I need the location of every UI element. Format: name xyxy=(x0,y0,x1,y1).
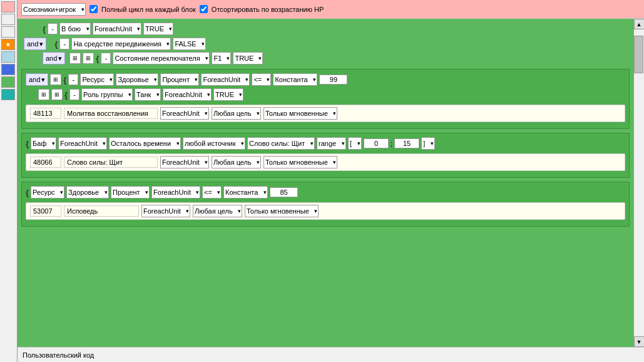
shield-word-label[interactable]: Слово силы: Щит xyxy=(247,137,315,150)
action-target-2[interactable]: Любая цель xyxy=(212,156,261,168)
range-label[interactable]: range xyxy=(317,137,346,150)
top-bar: Союзники+игрок Полный цикл на каждый бло… xyxy=(18,0,644,19)
foreach-unit-2[interactable]: ForeachUnit xyxy=(201,73,250,86)
sidebar-item-8[interactable] xyxy=(1,89,15,100)
nest-btn-3[interactable]: ⊞ xyxy=(50,74,61,85)
bracket-close[interactable]: ] xyxy=(421,137,435,150)
nest-btn-1[interactable]: ⊞ xyxy=(69,53,81,64)
role-label[interactable]: Роль группы xyxy=(81,88,133,101)
const-label-2[interactable]: Константа xyxy=(273,73,317,86)
buf-label[interactable]: Баф xyxy=(31,137,56,150)
action-name-3[interactable]: Исповедь xyxy=(64,205,139,217)
action-target-type-2[interactable]: ForeachUnit xyxy=(160,156,209,168)
minus-btn-4[interactable]: - xyxy=(68,74,78,85)
minus-btn-2[interactable]: - xyxy=(59,38,69,49)
sidebar-item-1[interactable] xyxy=(1,1,15,13)
main-dropdown-wrap[interactable]: Союзники+игрок xyxy=(21,3,86,16)
and-btn-3[interactable]: and ▾ xyxy=(26,73,48,86)
action-row-2: 48066 Слово силы: Щит ForeachUnit Любая … xyxy=(26,153,625,171)
condition-type-1[interactable]: В бою xyxy=(59,23,91,35)
minus-btn-5[interactable]: - xyxy=(69,89,79,100)
full-cycle-label: Полный цикл на каждый блок xyxy=(101,6,196,13)
action-timing-1[interactable]: Только мгновенные xyxy=(263,107,337,120)
condition-type-3[interactable]: Состояние переключателя xyxy=(113,52,210,65)
switch-value[interactable]: TRUE xyxy=(233,52,263,65)
sidebar-item-5[interactable] xyxy=(1,51,15,63)
open-brace-3: { xyxy=(96,54,99,63)
range-min[interactable]: 0 xyxy=(364,138,389,148)
action-timing-2[interactable]: Только мгновенные xyxy=(263,156,337,168)
range-max[interactable]: 15 xyxy=(394,138,419,148)
tank-label[interactable]: Танк xyxy=(135,88,161,101)
sort-hp-checkbox[interactable] xyxy=(200,5,208,13)
and-label-3: and xyxy=(29,76,40,83)
sort-hp-label: Отсортировать по возрастанию НР xyxy=(212,6,324,13)
condition-type-2[interactable]: На средстве передвижения xyxy=(71,38,171,50)
bracket-open[interactable]: [ xyxy=(348,137,362,150)
foreach-unit-3[interactable]: ForeachUnit xyxy=(163,88,212,101)
and-label-2: and xyxy=(46,54,57,62)
and-btn-1[interactable]: and ▾ xyxy=(24,38,46,50)
minus-btn-3[interactable]: - xyxy=(101,53,111,64)
op-2[interactable]: <= xyxy=(252,73,271,86)
resource-label[interactable]: Ресурс xyxy=(80,73,114,86)
action-id-3[interactable]: 53007 xyxy=(30,205,61,217)
and-btn-2[interactable]: and ▾ xyxy=(43,52,65,65)
user-code-label: Пользовательский код xyxy=(23,351,94,359)
action-name-1[interactable]: Молитва восстановления xyxy=(64,108,158,119)
unit-type-1[interactable]: ForeachUnit xyxy=(93,23,141,35)
source-label[interactable]: любой источник xyxy=(183,137,245,150)
action-row-3: 53007 Исповедь ForeachUnit Любая цель xyxy=(26,202,625,220)
open-brace-2: { xyxy=(54,39,58,49)
and-label-1: and xyxy=(27,40,38,48)
action-target-3[interactable]: Любая цель xyxy=(193,205,242,217)
sidebar-item-6[interactable] xyxy=(1,64,15,75)
time-left-label[interactable]: Осталось времени xyxy=(109,137,181,150)
scrollbar[interactable]: ▲ ▼ xyxy=(633,19,644,347)
and-chevron-1: ▾ xyxy=(39,40,43,48)
open-brace-4: { xyxy=(63,75,66,85)
and-chevron-3: ▾ xyxy=(41,76,45,84)
resource-label-2[interactable]: Ресурс xyxy=(31,186,64,199)
action-target-type-3[interactable]: ForeachUnit xyxy=(141,205,190,217)
open-brace-7: { xyxy=(26,188,29,197)
value-field-2[interactable]: 99 xyxy=(319,75,347,85)
action-timing-3[interactable]: Только мгновенные xyxy=(245,205,319,217)
health-label[interactable]: Здоровье xyxy=(116,73,158,86)
main-mode-dropdown[interactable]: Союзники+игрок xyxy=(21,3,86,16)
sidebar-item-4[interactable]: ■ xyxy=(1,39,15,50)
foreach-unit-5[interactable]: ForeachUnit xyxy=(151,186,200,199)
foreach-unit-4[interactable]: ForeachUnit xyxy=(58,137,107,150)
full-cycle-checkbox[interactable] xyxy=(89,5,98,13)
percent-label[interactable]: Процент xyxy=(160,73,199,86)
switch-key[interactable]: F1 xyxy=(212,52,231,65)
health-label-2[interactable]: Здоровье xyxy=(66,186,109,199)
nest-btn-4[interactable]: ⊞ xyxy=(38,89,49,100)
scroll-thumb[interactable] xyxy=(634,36,643,73)
open-brace-6: { xyxy=(26,139,29,148)
true-value[interactable]: TRUE xyxy=(213,88,243,101)
sidebar-item-2[interactable] xyxy=(1,14,15,25)
value-field-3[interactable]: 85 xyxy=(270,187,298,197)
action-id-2[interactable]: 48066 xyxy=(30,157,61,168)
percent-label-2[interactable]: Процент xyxy=(111,186,150,199)
action-target-1[interactable]: Любая цель xyxy=(212,107,261,120)
action-target-type-1[interactable]: ForeachUnit xyxy=(160,107,209,120)
open-brace-1: { xyxy=(43,24,46,34)
scroll-down-btn[interactable]: ▼ xyxy=(634,336,645,347)
op-3[interactable]: <= xyxy=(202,186,222,199)
nest-btn-2[interactable]: ⊞ xyxy=(83,53,94,64)
scroll-track[interactable] xyxy=(634,29,644,336)
nest-btn-5[interactable]: ⊞ xyxy=(51,89,63,100)
action-id-1[interactable]: 48113 xyxy=(30,108,61,119)
sidebar-item-3[interactable] xyxy=(1,26,15,38)
value-1[interactable]: TRUE xyxy=(143,23,173,35)
const-label-3[interactable]: Константа xyxy=(223,186,268,199)
sidebar-item-7[interactable] xyxy=(1,76,15,88)
scroll-up-btn[interactable]: ▲ xyxy=(634,19,645,29)
minus-btn-1[interactable]: - xyxy=(48,23,58,34)
main-content: { - В бою ForeachUnit xyxy=(18,19,633,347)
action-name-2[interactable]: Слово силы: Щит xyxy=(64,157,158,168)
bottom-bar: Пользовательский код xyxy=(18,347,644,362)
value-2[interactable]: FALSE xyxy=(173,38,206,50)
